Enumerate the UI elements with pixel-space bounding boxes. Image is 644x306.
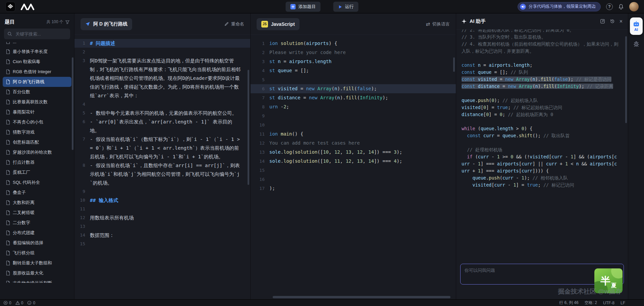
filter-icon[interactable] xyxy=(65,20,69,24)
history-icon[interactable] xyxy=(610,19,615,24)
code-line[interactable]: 7st distance = new Array(n).fill(Infinit… xyxy=(251,93,456,102)
sidebar-item[interactable]: 翻转后最大子数组和 xyxy=(3,258,71,268)
errors-indicator[interactable]: 0 xyxy=(3,301,11,305)
sidebar-item[interactable]: 阿 D 的飞行路线 xyxy=(3,77,71,87)
info-indicator[interactable]: 0 xyxy=(27,301,35,305)
markdown-line-text xyxy=(90,240,241,248)
rename-button[interactable]: 重命名 xyxy=(224,21,244,27)
document-icon xyxy=(6,100,10,104)
sidebar-item[interactable]: 打点计数器 xyxy=(3,157,71,167)
ai-scrollbar[interactable] xyxy=(625,36,627,123)
sidebar-item-label: 二叉树捂暖 xyxy=(13,210,35,216)
notifications-icon[interactable] xyxy=(618,4,624,10)
sidebar-item[interactable]: 股票收益最大化 xyxy=(3,268,71,278)
search-input[interactable] xyxy=(15,31,67,37)
help-icon[interactable]: ? xyxy=(606,3,613,10)
sidebar-item[interactable]: ... xyxy=(3,42,71,47)
code-line[interactable]: 15 xyxy=(251,166,456,175)
markdown-line[interactable]: 6- `arr[0]`表示出发点，`arr[arr.length - 1]` 表… xyxy=(74,117,250,135)
code-line[interactable]: 5 xyxy=(251,75,456,84)
code-line[interactable]: 17); xyxy=(251,184,456,193)
code-line[interactable]: 8urn -2; xyxy=(251,102,456,111)
code-line[interactable]: 12You can add more test cases here xyxy=(251,139,456,148)
markdown-line[interactable]: 15 xyxy=(74,240,250,248)
search-box[interactable] xyxy=(4,29,70,39)
sidebar-item[interactable]: 分布式团建 xyxy=(3,228,71,238)
sidebar-item[interactable]: RGB 色值转 Integer xyxy=(3,67,71,77)
line-number: 2 xyxy=(74,48,90,56)
close-icon[interactable]: × xyxy=(620,19,623,24)
markdown-line[interactable]: 10## 输入格式 xyxy=(74,196,250,205)
sidebar-item[interactable]: 二叉树捂暖 xyxy=(3,208,71,218)
markdown-line[interactable]: 12用数组表示所有机场 xyxy=(74,213,250,222)
sidebar-scrollbar[interactable] xyxy=(72,57,73,150)
code-line[interactable]: 1ion solution(airports) { xyxy=(251,39,456,48)
code-horizontal-scrollbar[interactable] xyxy=(273,296,450,298)
sidebar-item[interactable]: 最小替换子串长度 xyxy=(3,47,71,57)
sidebar-item-label: Cion 勒索病毒 xyxy=(13,59,40,65)
code-line[interactable]: 2Please write your code here xyxy=(251,48,456,57)
sidebar-item[interactable]: 比赛最高获胜次数 xyxy=(3,97,71,107)
add-question-button[interactable]: 添加题目 xyxy=(286,2,321,12)
markdown-line[interactable]: 5- 数组中每个元素表示不同的机场，元素的值表示不同的航空公司。 xyxy=(74,109,250,117)
code-line[interactable]: 9 xyxy=(251,111,456,120)
code-line[interactable]: 14sole.log(solution([10, 11, 12, 13, 14]… xyxy=(251,157,456,166)
markdown-line[interactable]: 9 xyxy=(74,187,250,196)
markdown-line[interactable]: 11 xyxy=(74,205,250,213)
sidebar-item[interactable]: 穿越沙漠的补给次数 xyxy=(3,147,71,157)
sidebar-item[interactable]: 大数和距离 xyxy=(3,198,71,208)
markdown-line[interactable]: 2 xyxy=(74,48,250,56)
sidebar-item[interactable]: 番茄编辑的选择 xyxy=(3,238,71,248)
avatar[interactable] xyxy=(629,2,639,11)
brand-logo-icon[interactable] xyxy=(20,3,35,10)
sidebar-item[interactable]: 百分位数 xyxy=(3,87,71,97)
line-number: 11 xyxy=(251,130,269,139)
sidebar-item[interactable]: 猜数字游戏 xyxy=(3,127,71,137)
problem-tab[interactable]: 阿 D 的飞行路线 xyxy=(80,18,132,30)
code-line[interactable]: 6st visited = new Array(n).fill(false); xyxy=(251,84,456,93)
markdown-line[interactable]: 14数据范围： xyxy=(74,231,250,240)
sidebar-item[interactable]: 蛋糕工厂 xyxy=(3,167,71,177)
indent-setting[interactable]: 空格: 2 xyxy=(585,300,597,306)
description-editor[interactable]: 1# 问题描述23阿D驾驶一架飞机需要从出发点抵达目的地，但是由于特殊的航空管制… xyxy=(74,35,250,299)
code-scrollbar[interactable] xyxy=(453,57,455,72)
eol[interactable]: LF xyxy=(621,301,625,305)
markdown-line[interactable]: 8- 假设当前在机场`i`，且数组中存在`arr[i] == arr[j]`，则… xyxy=(74,161,250,187)
sidebar-item[interactable]: 飞行棋分组 xyxy=(3,248,71,258)
markdown-line[interactable]: 3阿D驾驶一架飞机需要从出发点抵达目的地，但是由于特殊的航空管制，对飞机的飞行路… xyxy=(74,56,250,100)
code-line[interactable]: 3st n = airports.length xyxy=(251,57,456,66)
code-line[interactable]: 10 xyxy=(251,120,456,130)
sidebar-item[interactable]: 二分数字 xyxy=(3,218,71,228)
code-line[interactable]: 16 xyxy=(251,175,456,184)
app-logo-icon[interactable] xyxy=(5,2,15,12)
sidebar-item[interactable]: 叠盒子 xyxy=(3,188,71,198)
encoding[interactable]: UTF-8 xyxy=(603,301,614,305)
markdown-line[interactable]: 7- 假设当前在机场`i`（数组下标为`i`），则`i - 1`（`i - 1 … xyxy=(74,135,250,161)
line-number: 14 xyxy=(74,231,90,240)
run-button[interactable]: 运行 xyxy=(333,2,359,12)
warnings-indicator[interactable]: 0 xyxy=(15,301,23,305)
description-scrollbar[interactable] xyxy=(248,70,249,185)
open-in-ide-icon[interactable] xyxy=(600,19,605,24)
sidebar-item[interactable]: 暴雨梨花针 xyxy=(3,107,71,117)
code-line[interactable]: 13sole.log(solution([10, 12, 13, 12, 14]… xyxy=(251,148,456,157)
code-line[interactable]: 11ion main() { xyxy=(251,130,456,139)
code-editor[interactable]: 1ion solution(airports) {2Please write y… xyxy=(251,35,456,299)
markdown-line[interactable]: 4 xyxy=(74,100,250,109)
code-line[interactable]: 4st queue = []; xyxy=(251,66,456,75)
markdown-line[interactable]: 13 xyxy=(74,222,250,231)
sidebar-item[interactable]: SQL 代码补全 xyxy=(3,177,71,188)
language-tab[interactable]: JS JavaScript xyxy=(257,18,300,30)
switch-language-button[interactable]: ⇄ 切换语言 xyxy=(426,21,450,27)
sidebar-item-label: SQL 代码补全 xyxy=(13,180,40,186)
bug-report-icon[interactable] xyxy=(632,40,641,48)
markdown-line[interactable]: 1# 问题描述 xyxy=(74,39,250,48)
document-icon xyxy=(6,69,10,74)
promo-banner[interactable]: 分享代码练习体验，领限量定制周边 xyxy=(518,2,601,11)
sidebar-item[interactable]: 古生物血缘远近判断 xyxy=(3,278,71,283)
sidebar-item[interactable]: 创意标题匹配 xyxy=(3,137,71,147)
ai-assistant-button[interactable]: AI xyxy=(630,17,643,35)
sidebar-item[interactable]: Cion 勒索病毒 xyxy=(3,57,71,67)
sidebar-item[interactable]: 不再贪心的小包 xyxy=(3,117,71,127)
cursor-position[interactable]: 行 6, 列 46 xyxy=(559,300,578,306)
